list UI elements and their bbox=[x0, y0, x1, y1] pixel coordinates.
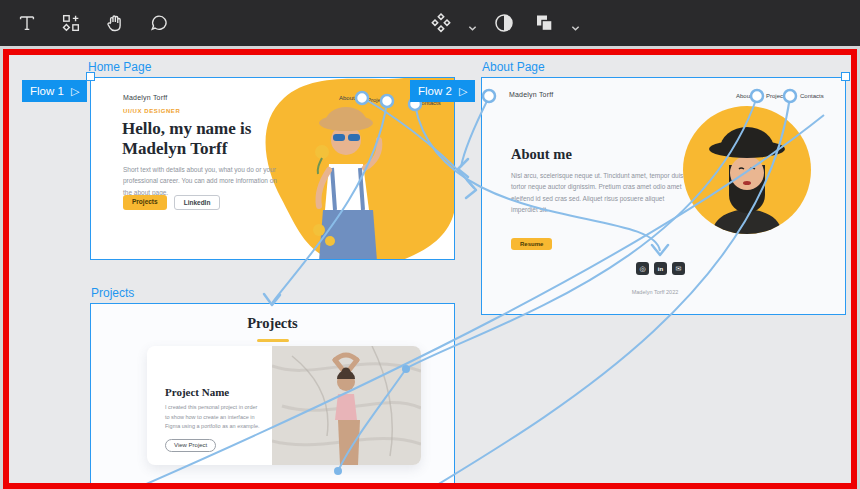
flow1-label: Flow 1 bbox=[30, 85, 64, 97]
frame-label-projects[interactable]: Projects bbox=[91, 286, 134, 300]
home-nav-projects[interactable]: Projects bbox=[367, 97, 389, 103]
about-social-row: ◎ in ✉ bbox=[636, 262, 685, 275]
view-project-button[interactable]: View Project bbox=[165, 439, 216, 452]
component-add-tool-icon[interactable] bbox=[58, 10, 84, 36]
home-body-text: Short text with details about you, what … bbox=[123, 164, 285, 198]
comment-tool-icon[interactable] bbox=[146, 10, 172, 36]
about-footer-text: Madelyn Torff 2022 bbox=[610, 289, 700, 295]
frame-label-about[interactable]: About Page bbox=[482, 60, 545, 74]
home-heading: Hello, my name is Madelyn Torff bbox=[122, 119, 294, 159]
about-logo: Madelyn Torff bbox=[509, 91, 553, 98]
project-card-title: Project Name bbox=[165, 386, 272, 398]
selection-outline: Home Page About Page Projects bbox=[3, 49, 857, 489]
frame-label-home[interactable]: Home Page bbox=[88, 60, 151, 74]
about-nav-projects[interactable]: Projects bbox=[766, 93, 788, 99]
project-card[interactable]: Project Name I created this personal pro… bbox=[147, 346, 421, 465]
projects-heading-underline bbox=[257, 339, 289, 342]
frame-home-page[interactable]: Madelyn Torff About Projects Contacts UI… bbox=[90, 77, 455, 260]
about-nav-about[interactable]: About bbox=[736, 93, 752, 99]
about-body-text: Nisl arcu, scelerisque neque ut. Tincidu… bbox=[511, 170, 686, 216]
flow1-play-icon[interactable]: ▷ bbox=[71, 86, 79, 97]
instagram-icon[interactable]: ◎ bbox=[636, 262, 649, 275]
components-menu-chevron-icon[interactable] bbox=[468, 19, 477, 28]
home-nav-about[interactable]: About bbox=[339, 95, 355, 101]
home-logo: Madelyn Torff bbox=[123, 94, 167, 101]
layers-menu-icon[interactable] bbox=[531, 10, 557, 36]
canvas[interactable]: Home Page About Page Projects bbox=[9, 55, 851, 483]
home-frame-resize-handle[interactable] bbox=[86, 72, 95, 81]
projects-heading: Projects bbox=[91, 315, 454, 332]
home-buttons: Projects LinkedIn bbox=[123, 195, 220, 210]
project-photo-illustration bbox=[272, 346, 421, 465]
contrast-toggle-icon[interactable] bbox=[491, 10, 517, 36]
home-projects-button[interactable]: Projects bbox=[123, 195, 167, 210]
design-app-window: Home Page About Page Projects bbox=[0, 0, 860, 489]
flow-arrowhead bbox=[458, 159, 468, 177]
text-tool-icon[interactable] bbox=[14, 10, 40, 36]
project-card-body: I created this personal project in order… bbox=[165, 403, 263, 432]
layers-menu-chevron-icon[interactable] bbox=[571, 19, 580, 28]
frame-about-page[interactable]: Madelyn Torff About Projects Contacts Ab… bbox=[481, 77, 846, 315]
frame-projects-page[interactable]: Projects Project Name I created this per… bbox=[90, 303, 455, 483]
about-frame-resize-handle[interactable] bbox=[841, 72, 850, 81]
toolbar-left-group bbox=[14, 0, 172, 46]
project-card-text-col: Project Name I created this personal pro… bbox=[147, 346, 272, 465]
email-icon[interactable]: ✉ bbox=[672, 262, 685, 275]
home-linkedin-button[interactable]: LinkedIn bbox=[174, 195, 221, 210]
about-portrait-illustration bbox=[682, 105, 812, 235]
flow1-badge[interactable]: Flow 1 ▷ bbox=[22, 80, 87, 102]
linkedin-icon[interactable]: in bbox=[654, 262, 667, 275]
about-nav-contacts[interactable]: Contacts bbox=[800, 93, 824, 99]
hand-tool-icon[interactable] bbox=[102, 10, 128, 36]
home-role: UI/UX DESIGNER bbox=[123, 108, 180, 114]
flow2-play-icon[interactable]: ▷ bbox=[459, 86, 467, 97]
flow2-label: Flow 2 bbox=[418, 85, 452, 97]
toolbar-right-group bbox=[428, 0, 580, 46]
toolbar bbox=[0, 0, 860, 46]
flow-arrowhead bbox=[466, 180, 476, 198]
components-menu-icon[interactable] bbox=[428, 10, 454, 36]
flow2-badge[interactable]: Flow 2 ▷ bbox=[410, 80, 475, 102]
about-resume-button[interactable]: Resume bbox=[511, 238, 552, 250]
about-heading: About me bbox=[511, 146, 572, 163]
